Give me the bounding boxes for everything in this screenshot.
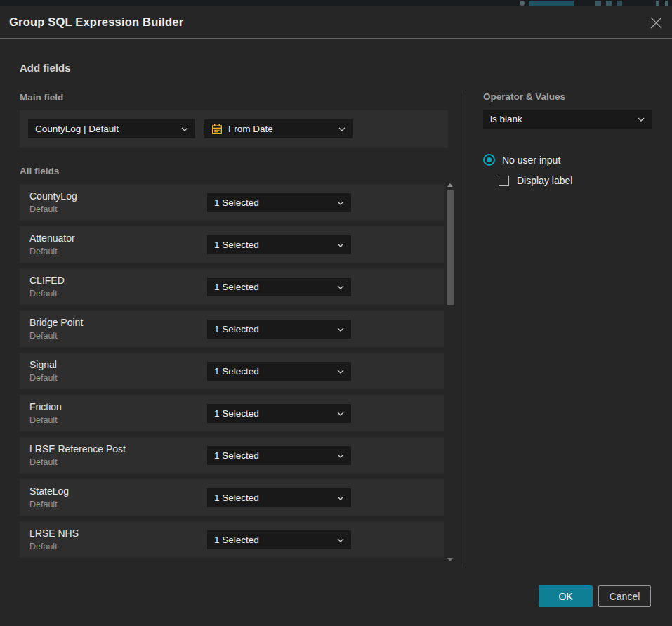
no-user-input-radio[interactable] xyxy=(483,154,495,166)
field-selection-dropdown[interactable]: 1 Selected xyxy=(207,362,351,381)
display-label-checkbox[interactable] xyxy=(499,176,509,186)
field-type: Default xyxy=(29,500,58,509)
background-widget xyxy=(606,1,612,6)
dropdown-value: 1 Selected xyxy=(214,324,259,334)
close-icon xyxy=(650,16,663,30)
field-name: LRSE NHS xyxy=(29,528,79,539)
chevron-down-icon xyxy=(337,454,344,458)
scroll-down-arrow-icon[interactable] xyxy=(447,558,453,561)
panel-divider xyxy=(466,91,466,566)
display-label-option: Display label xyxy=(499,175,572,186)
background-widget xyxy=(617,1,622,6)
field-row: Signal Default 1 Selected xyxy=(20,353,444,389)
background-widget xyxy=(665,1,668,6)
field-name: Friction xyxy=(29,401,62,412)
field-name: Bridge Point xyxy=(29,317,83,328)
ok-button[interactable]: OK xyxy=(539,585,593,607)
field-row: LRSE NHS Default 1 Selected xyxy=(20,521,444,558)
background-teal-label xyxy=(529,1,574,6)
field-selection-dropdown[interactable]: 1 Selected xyxy=(207,320,351,339)
field-row: CLIFED Default 1 Selected xyxy=(20,268,444,305)
add-fields-heading: Add fields xyxy=(20,62,71,74)
dropdown-value: 1 Selected xyxy=(214,282,259,292)
operator-values-label: Operator & Values xyxy=(483,91,565,102)
chevron-down-icon xyxy=(337,285,344,289)
field-type: Default xyxy=(29,289,58,299)
scrollbar-thumb[interactable] xyxy=(447,190,454,305)
field-name: CLIFED xyxy=(29,275,65,286)
chevron-down-icon xyxy=(638,117,645,122)
dropdown-value: 1 Selected xyxy=(214,408,259,419)
radio-selected-dot xyxy=(487,157,492,162)
background-app-strip xyxy=(0,0,672,6)
field-name: LRSE Reference Post xyxy=(29,443,126,455)
field-type: Default xyxy=(29,457,58,467)
scrollbar[interactable] xyxy=(447,183,454,562)
chevron-down-icon xyxy=(337,201,344,205)
field-type: Default xyxy=(29,542,58,552)
operator-dropdown[interactable]: is blank xyxy=(483,110,652,129)
screen: Group SQL Expression Builder Add fields … xyxy=(0,0,672,626)
main-field-label: Main field xyxy=(20,92,63,103)
field-name: StateLog xyxy=(29,485,69,497)
field-row: LRSE Reference Post Default 1 Selected xyxy=(20,437,444,474)
background-dot xyxy=(520,1,525,6)
field-selection-dropdown[interactable]: 1 Selected xyxy=(207,530,351,549)
chevron-down-icon xyxy=(337,327,344,332)
group-sql-expression-builder-dialog: Group SQL Expression Builder Add fields … xyxy=(0,6,672,626)
dropdown-value: is blank xyxy=(490,114,522,124)
field-name: Signal xyxy=(29,359,57,370)
main-field-layer-dropdown[interactable]: CountyLog | Default xyxy=(28,119,195,138)
field-name: CountyLog xyxy=(29,190,77,202)
chevron-down-icon xyxy=(337,370,344,374)
background-widget xyxy=(595,1,601,6)
field-type: Default xyxy=(29,373,58,383)
field-row: Attenuator Default 1 Selected xyxy=(20,226,444,263)
dialog-title: Group SQL Expression Builder xyxy=(9,15,183,29)
dropdown-value: 1 Selected xyxy=(214,366,259,377)
dropdown-value: 1 Selected xyxy=(214,197,259,208)
background-widget xyxy=(656,1,659,6)
field-selection-dropdown[interactable]: 1 Selected xyxy=(207,193,351,212)
field-selection-dropdown[interactable]: 1 Selected xyxy=(207,235,351,254)
field-type: Default xyxy=(29,204,58,214)
all-fields-list: CountyLog Default 1 Selected Attenuator … xyxy=(20,184,444,563)
close-button[interactable] xyxy=(647,14,664,31)
main-field-date-dropdown[interactable]: From Date xyxy=(204,119,353,138)
field-selection-dropdown[interactable]: 1 Selected xyxy=(207,404,351,423)
no-user-input-option: No user input xyxy=(483,154,560,166)
field-row: Friction Default 1 Selected xyxy=(20,395,444,431)
field-name: Attenuator xyxy=(29,233,75,244)
field-row: Bridge Point Default 1 Selected xyxy=(20,311,444,347)
dialog-header: Group SQL Expression Builder xyxy=(0,6,672,39)
field-selection-dropdown[interactable]: 1 Selected xyxy=(207,278,351,296)
dropdown-value: 1 Selected xyxy=(214,450,259,461)
chevron-down-icon xyxy=(337,496,344,500)
dropdown-value: From Date xyxy=(228,124,273,134)
field-row: StateLog Default 1 Selected xyxy=(20,479,444,516)
main-field-panel: CountyLog | Default From Date xyxy=(20,110,448,148)
dropdown-value: 1 Selected xyxy=(214,240,259,250)
all-fields-label: All fields xyxy=(20,166,59,176)
field-type: Default xyxy=(29,331,58,341)
chevron-down-icon xyxy=(338,127,345,131)
field-type: Default xyxy=(29,415,58,425)
chevron-down-icon xyxy=(337,243,344,247)
chevron-down-icon xyxy=(181,127,188,131)
chevron-down-icon xyxy=(337,538,344,542)
chevron-down-icon xyxy=(337,412,344,416)
dropdown-value: 1 Selected xyxy=(214,493,259,503)
field-selection-dropdown[interactable]: 1 Selected xyxy=(207,488,351,507)
no-user-input-label: No user input xyxy=(502,155,560,166)
field-row: CountyLog Default 1 Selected xyxy=(20,184,444,221)
dropdown-value: CountyLog | Default xyxy=(35,124,119,134)
field-selection-dropdown[interactable]: 1 Selected xyxy=(207,446,351,465)
cancel-button[interactable]: Cancel xyxy=(598,585,651,607)
field-type: Default xyxy=(29,247,58,256)
scroll-up-arrow-icon[interactable] xyxy=(447,183,453,187)
display-label-text: Display label xyxy=(517,175,572,186)
calendar-icon xyxy=(211,124,223,135)
dropdown-value: 1 Selected xyxy=(214,535,259,545)
